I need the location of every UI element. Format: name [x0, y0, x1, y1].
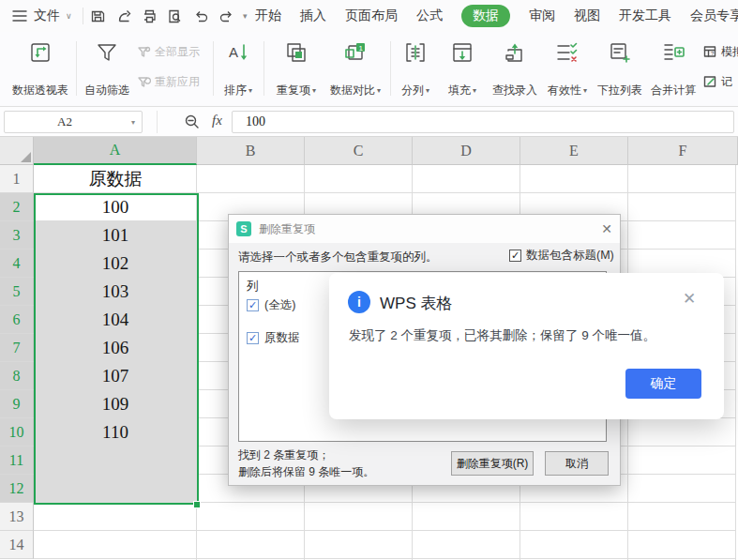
show-all-label: 全部显示: [155, 44, 200, 60]
name-box[interactable]: A2 ▾: [4, 111, 143, 133]
pivot-table-label: 数据透视表: [12, 83, 68, 98]
redo-icon[interactable]: [218, 8, 234, 24]
what-if-label: 模拟: [721, 44, 738, 60]
validation-button[interactable]: 有效性▾: [544, 38, 591, 101]
reapply-button[interactable]: 重新应用: [137, 71, 200, 92]
name-box-caret-icon[interactable]: ▾: [125, 118, 142, 127]
row-header-9[interactable]: 9: [0, 390, 34, 418]
save-icon[interactable]: [90, 8, 106, 24]
autofilter-button[interactable]: 自动筛选: [81, 38, 133, 101]
row-header-8[interactable]: 8: [0, 362, 34, 390]
row-header-13[interactable]: 13: [0, 503, 34, 531]
formula-input[interactable]: 100: [232, 111, 734, 133]
column-header-b[interactable]: B: [197, 137, 305, 165]
checkbox-check-icon[interactable]: ✓: [247, 332, 259, 344]
message-title: WPS 表格: [380, 293, 452, 314]
column-header-c[interactable]: C: [305, 137, 413, 165]
dropdown-list-button[interactable]: 下拉列表: [593, 38, 647, 101]
print-icon[interactable]: [142, 8, 158, 24]
status-line-2: 删除后将保留 9 条唯一项。: [238, 463, 374, 480]
lookup-entry-icon: [503, 40, 527, 65]
dialog-prompt: 请选择一个或者多个包含重复项的列。: [238, 250, 438, 265]
column-header-a[interactable]: A: [34, 137, 197, 165]
row-header-10[interactable]: 10: [0, 418, 34, 446]
row-header-6[interactable]: 6: [0, 306, 34, 334]
dialog-title-bar[interactable]: S 删除重复项 ✕: [229, 215, 620, 243]
row-header-12[interactable]: 12: [0, 475, 34, 503]
column-header-f[interactable]: F: [628, 137, 738, 165]
duplicates-button[interactable]: 重复项▾: [269, 38, 324, 101]
select-all-label: (全选): [264, 297, 295, 313]
record-form-icon: [703, 75, 717, 89]
tab-formulas[interactable]: 公式: [416, 8, 443, 24]
row-header-4[interactable]: 4: [0, 250, 34, 278]
what-if-button[interactable]: ? 模拟: [703, 41, 738, 62]
row-header-2[interactable]: 2: [0, 193, 34, 221]
hamburger-icon[interactable]: [11, 0, 28, 32]
record-form-label: 记: [721, 74, 732, 90]
remove-duplicates-button[interactable]: 删除重复项(R): [451, 451, 534, 476]
message-close-icon[interactable]: ✕: [683, 289, 696, 309]
ribbon-toolbar: 数据透视表 自动筛选 全部显示 重新应用 A 排序▾ 重复项▾: [0, 32, 738, 107]
fill-caret-icon: ▾: [473, 87, 476, 95]
row-header-5[interactable]: 5: [0, 278, 34, 306]
columns-list-header: 列: [247, 279, 259, 295]
undo-icon[interactable]: [193, 8, 209, 24]
zoom-out-icon[interactable]: [184, 114, 201, 130]
cancel-button[interactable]: 取消: [545, 451, 609, 476]
sort-button[interactable]: A 排序▾: [217, 38, 260, 101]
data-has-headers-checkbox[interactable]: ✓ 数据包含标题(M): [509, 248, 614, 264]
print-preview-icon[interactable]: [167, 8, 183, 24]
cell-a1[interactable]: 原数据: [34, 165, 197, 193]
validation-caret-icon: ▾: [583, 87, 587, 95]
data-compare-caret-icon: ▾: [377, 87, 381, 95]
data-has-headers-label: 数据包含标题(M): [526, 248, 614, 264]
tab-membership[interactable]: 会员专享: [690, 8, 738, 24]
svg-text:1: 1: [359, 44, 364, 53]
tab-review[interactable]: 审阅: [529, 8, 555, 24]
qat-customize-caret-icon[interactable]: ▾: [243, 0, 248, 32]
reapply-label: 重新应用: [155, 74, 200, 90]
data-compare-label: 数据对比: [330, 83, 375, 98]
fill-label: 填充: [448, 83, 471, 98]
ok-button[interactable]: 确定: [625, 369, 701, 399]
dialog-close-icon[interactable]: ✕: [601, 221, 612, 236]
show-all-button[interactable]: 全部显示: [137, 41, 200, 62]
file-menu-caret-icon[interactable]: ∨: [66, 0, 72, 32]
tab-insert[interactable]: 插入: [300, 8, 326, 24]
name-box-value[interactable]: A2: [5, 114, 125, 129]
checkbox-check-icon[interactable]: ✓: [509, 250, 521, 262]
tab-developer[interactable]: 开发工具: [619, 8, 671, 24]
row-header-7[interactable]: 7: [0, 334, 34, 362]
tab-view[interactable]: 视图: [574, 8, 600, 24]
checkbox-check-icon[interactable]: ✓: [247, 299, 259, 311]
select-all-corner[interactable]: [0, 137, 34, 165]
column-original-data-checkbox[interactable]: ✓ 原数据: [247, 330, 300, 346]
row-header-3[interactable]: 3: [0, 221, 34, 250]
row-header-1[interactable]: 1: [0, 165, 34, 193]
export-icon[interactable]: [116, 8, 132, 24]
consolidate-button[interactable]: 合并计算: [647, 38, 700, 101]
fill-button[interactable]: 填充▾: [441, 38, 484, 101]
text-to-columns-button[interactable]: 分列▾: [394, 38, 437, 101]
row-header-11[interactable]: 11: [0, 446, 34, 475]
fill-icon: [450, 40, 474, 65]
data-compare-button[interactable]: 1 数据对比▾: [326, 38, 384, 101]
ribbon-tabs: 开始 插入 页面布局 公式 数据 审阅 视图 开发工具 会员专享: [255, 0, 738, 32]
svg-text:A: A: [229, 44, 238, 60]
row-header-14[interactable]: 14: [0, 531, 34, 559]
fx-icon[interactable]: fx: [212, 113, 222, 129]
tab-home[interactable]: 开始: [255, 8, 281, 24]
column-header-d[interactable]: D: [413, 137, 520, 165]
column-header-e[interactable]: E: [520, 137, 628, 165]
tab-data[interactable]: 数据: [461, 5, 510, 27]
file-menu[interactable]: 文件: [34, 0, 60, 32]
record-form-button[interactable]: 记: [703, 71, 732, 92]
svg-text:?: ?: [711, 51, 715, 56]
tab-page-layout[interactable]: 页面布局: [345, 8, 398, 24]
select-all-checkbox[interactable]: ✓ (全选): [247, 297, 295, 313]
text-to-columns-caret-icon: ▾: [426, 87, 429, 95]
lookup-entry-button[interactable]: 查找录入: [488, 38, 542, 101]
fill-handle[interactable]: [193, 501, 201, 508]
pivot-table-button[interactable]: 数据透视表: [8, 38, 73, 101]
